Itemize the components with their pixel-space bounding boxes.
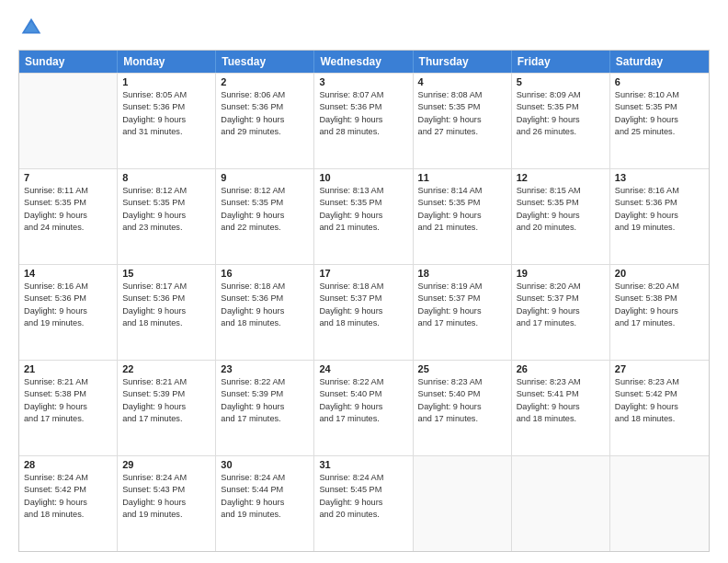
day-number: 9	[221, 172, 309, 183]
calendar-cell: 30Sunrise: 8:24 AMSunset: 5:44 PMDayligh…	[216, 456, 314, 551]
day-number: 22	[122, 363, 210, 374]
daylight-line1: Daylight: 9 hours	[24, 401, 112, 413]
daylight-line2: and 17 minutes.	[24, 413, 112, 425]
day-number: 2	[221, 76, 309, 87]
sunrise-text: Sunrise: 8:09 AM	[517, 89, 605, 101]
calendar-cell: 16Sunrise: 8:18 AMSunset: 5:36 PMDayligh…	[216, 265, 314, 360]
sunrise-text: Sunrise: 8:23 AM	[517, 376, 605, 388]
calendar-cell: 14Sunrise: 8:16 AMSunset: 5:36 PMDayligh…	[19, 265, 118, 360]
daylight-line1: Daylight: 9 hours	[122, 210, 210, 222]
daylight-line1: Daylight: 9 hours	[24, 305, 112, 317]
sunrise-text: Sunrise: 8:24 AM	[221, 472, 309, 484]
daylight-line2: and 26 minutes.	[517, 126, 605, 138]
calendar-cell: 22Sunrise: 8:21 AMSunset: 5:39 PMDayligh…	[118, 361, 216, 455]
daylight-line2: and 18 minutes.	[122, 317, 210, 329]
header-day-wednesday: Wednesday	[314, 51, 413, 73]
calendar-cell: 3Sunrise: 8:07 AMSunset: 5:36 PMDaylight…	[314, 74, 413, 168]
sunset-text: Sunset: 5:36 PM	[122, 101, 210, 113]
day-number: 30	[221, 459, 309, 470]
sunset-text: Sunset: 5:41 PM	[517, 388, 605, 400]
sunset-text: Sunset: 5:35 PM	[319, 197, 407, 209]
daylight-line1: Daylight: 9 hours	[24, 497, 112, 509]
day-number: 29	[122, 459, 210, 470]
calendar-cell	[512, 456, 610, 551]
sunset-text: Sunset: 5:42 PM	[615, 388, 704, 400]
sunset-text: Sunset: 5:42 PM	[24, 484, 112, 496]
sunrise-text: Sunrise: 8:05 AM	[122, 89, 210, 101]
sunrise-text: Sunrise: 8:16 AM	[615, 185, 704, 197]
daylight-line2: and 19 minutes.	[221, 509, 309, 521]
day-number: 18	[418, 268, 506, 279]
day-number: 31	[319, 459, 407, 470]
daylight-line1: Daylight: 9 hours	[418, 305, 506, 317]
calendar-cell: 12Sunrise: 8:15 AMSunset: 5:35 PMDayligh…	[512, 169, 610, 264]
sunset-text: Sunset: 5:35 PM	[615, 101, 704, 113]
daylight-line1: Daylight: 9 hours	[615, 210, 704, 222]
calendar-cell	[610, 456, 709, 551]
calendar-cell: 20Sunrise: 8:20 AMSunset: 5:38 PMDayligh…	[610, 265, 709, 360]
daylight-line2: and 19 minutes.	[24, 317, 112, 329]
daylight-line1: Daylight: 9 hours	[319, 210, 407, 222]
daylight-line1: Daylight: 9 hours	[319, 401, 407, 413]
calendar-week-3: 14Sunrise: 8:16 AMSunset: 5:36 PMDayligh…	[19, 264, 709, 360]
daylight-line1: Daylight: 9 hours	[319, 114, 407, 126]
daylight-line1: Daylight: 9 hours	[615, 401, 704, 413]
day-number: 6	[615, 76, 704, 87]
sunset-text: Sunset: 5:35 PM	[517, 101, 605, 113]
daylight-line1: Daylight: 9 hours	[24, 210, 112, 222]
daylight-line2: and 18 minutes.	[615, 413, 704, 425]
sunset-text: Sunset: 5:39 PM	[221, 388, 309, 400]
sunrise-text: Sunrise: 8:18 AM	[221, 281, 309, 293]
calendar-cell: 24Sunrise: 8:22 AMSunset: 5:40 PMDayligh…	[314, 361, 413, 455]
daylight-line1: Daylight: 9 hours	[517, 114, 605, 126]
daylight-line1: Daylight: 9 hours	[517, 401, 605, 413]
sunrise-text: Sunrise: 8:15 AM	[517, 185, 605, 197]
day-number: 20	[615, 268, 704, 279]
daylight-line2: and 31 minutes.	[122, 126, 210, 138]
sunset-text: Sunset: 5:36 PM	[24, 293, 112, 304]
sunset-text: Sunset: 5:35 PM	[221, 197, 309, 209]
sunset-text: Sunset: 5:36 PM	[122, 293, 210, 304]
calendar-cell: 26Sunrise: 8:23 AMSunset: 5:41 PMDayligh…	[512, 361, 610, 455]
daylight-line1: Daylight: 9 hours	[517, 210, 605, 222]
header-day-saturday: Saturday	[610, 51, 709, 73]
daylight-line2: and 20 minutes.	[517, 222, 605, 234]
daylight-line2: and 17 minutes.	[122, 413, 210, 425]
logo-icon	[18, 15, 44, 40]
day-number: 24	[319, 363, 407, 374]
sunrise-text: Sunrise: 8:12 AM	[122, 185, 210, 197]
day-number: 17	[319, 268, 407, 279]
daylight-line1: Daylight: 9 hours	[221, 210, 309, 222]
daylight-line2: and 23 minutes.	[122, 222, 210, 234]
header-day-monday: Monday	[118, 51, 216, 73]
day-number: 1	[122, 76, 210, 87]
sunrise-text: Sunrise: 8:20 AM	[517, 281, 605, 293]
sunrise-text: Sunrise: 8:06 AM	[221, 89, 309, 101]
calendar-cell: 28Sunrise: 8:24 AMSunset: 5:42 PMDayligh…	[19, 456, 118, 551]
daylight-line2: and 18 minutes.	[24, 509, 112, 521]
sunset-text: Sunset: 5:43 PM	[122, 484, 210, 496]
sunset-text: Sunset: 5:35 PM	[418, 197, 506, 209]
daylight-line2: and 21 minutes.	[418, 222, 506, 234]
sunrise-text: Sunrise: 8:10 AM	[615, 89, 704, 101]
day-number: 3	[319, 76, 407, 87]
calendar-cell: 1Sunrise: 8:05 AMSunset: 5:36 PMDaylight…	[118, 74, 216, 168]
daylight-line2: and 17 minutes.	[615, 317, 704, 329]
calendar-cell: 31Sunrise: 8:24 AMSunset: 5:45 PMDayligh…	[314, 456, 413, 551]
daylight-line2: and 18 minutes.	[517, 413, 605, 425]
daylight-line2: and 21 minutes.	[319, 222, 407, 234]
day-number: 13	[615, 172, 704, 183]
calendar-week-4: 21Sunrise: 8:21 AMSunset: 5:38 PMDayligh…	[19, 360, 709, 455]
daylight-line1: Daylight: 9 hours	[122, 114, 210, 126]
day-number: 11	[418, 172, 506, 183]
sunset-text: Sunset: 5:35 PM	[122, 197, 210, 209]
day-number: 10	[319, 172, 407, 183]
daylight-line2: and 17 minutes.	[517, 317, 605, 329]
page: SundayMondayTuesdayWednesdayThursdayFrid…	[0, 0, 728, 563]
daylight-line2: and 19 minutes.	[122, 509, 210, 521]
sunrise-text: Sunrise: 8:24 AM	[122, 472, 210, 484]
calendar-header: SundayMondayTuesdayWednesdayThursdayFrid…	[19, 51, 709, 73]
daylight-line1: Daylight: 9 hours	[615, 114, 704, 126]
calendar-cell	[19, 74, 118, 168]
daylight-line2: and 27 minutes.	[418, 126, 506, 138]
